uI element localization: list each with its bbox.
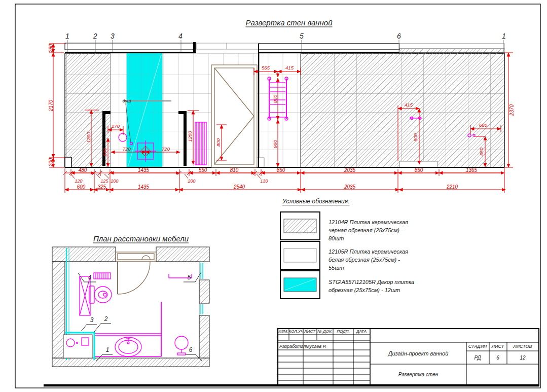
dim-800-door: 800 bbox=[216, 138, 221, 147]
dim-415: 415 bbox=[285, 65, 294, 70]
tb-header: ИЗМ. bbox=[278, 330, 288, 334]
dim-900-towel: 900 bbox=[273, 140, 278, 148]
tb-header: № ДОК. bbox=[317, 330, 333, 334]
tb-stage-col: СТАДИЯ bbox=[468, 344, 487, 349]
dim-850: 850 bbox=[277, 168, 285, 173]
tb-developed-value: Мусаев Р. bbox=[306, 344, 326, 349]
dim-1200-rad: 1200 bbox=[188, 131, 193, 141]
dim-2210: 2210 bbox=[447, 185, 458, 190]
dim-550: 550 bbox=[199, 168, 207, 173]
tb-project-title: Дизайн-проект ванной bbox=[388, 351, 449, 357]
tb-stage-val: 12 bbox=[520, 355, 525, 361]
legend-item-text: 80шт bbox=[329, 236, 344, 241]
dim-2170: 2170 bbox=[49, 100, 54, 111]
dim-900-w6: 900 bbox=[413, 133, 418, 141]
axis-label: 3 bbox=[111, 32, 115, 40]
dim-1365: 1365 bbox=[466, 168, 477, 173]
dim-810: 810 bbox=[230, 168, 239, 173]
dim-200b: 200 bbox=[188, 179, 195, 184]
plan-item-6: 6 bbox=[189, 347, 193, 353]
dim-680: 680 bbox=[479, 123, 487, 128]
legend-item-text: белая обрезная (25х75см) - bbox=[329, 257, 400, 263]
axis-label: 1 bbox=[65, 32, 69, 40]
legend-item-text: STG\A557\12105R Декор плитка bbox=[329, 279, 414, 285]
plan-item-5: 5 bbox=[188, 274, 191, 280]
dim-415-w6: 415 bbox=[405, 102, 413, 108]
legend-item-text: 12104R Плитка керамическая bbox=[329, 220, 408, 225]
dim-125: 125 bbox=[100, 179, 108, 184]
dim-2035b: 2035 bbox=[344, 185, 355, 190]
dim-600b: 600 bbox=[77, 185, 86, 190]
dim-480: 480 bbox=[79, 168, 87, 173]
tb-stage-col: ЛИСТ bbox=[492, 344, 504, 349]
plan-item-2: 2 bbox=[104, 316, 108, 322]
plan-title: План расстановки мебели bbox=[93, 235, 189, 242]
corner-tile bbox=[65, 157, 71, 167]
tb-header: ДАТА bbox=[356, 330, 367, 334]
legend-header: Условные обозначения: bbox=[282, 198, 349, 204]
plan-item-1: 1 bbox=[106, 347, 110, 353]
dim-720l: 720 bbox=[123, 147, 131, 152]
dim-1435b: 1435 bbox=[138, 185, 149, 190]
axis-label: 5 bbox=[300, 32, 304, 40]
legend-item-text: черная обрезная (25х75см) - bbox=[329, 228, 403, 233]
bathtub-edge bbox=[399, 161, 437, 167]
dim-200a: 200 bbox=[111, 179, 118, 184]
dim-1435: 1435 bbox=[138, 168, 149, 173]
dim-200: 200 bbox=[49, 158, 54, 167]
axis-label: 4 bbox=[178, 32, 183, 40]
dim-270: 270 bbox=[112, 124, 120, 129]
tb-stage-val: 6 bbox=[496, 355, 499, 361]
shower-note: душ bbox=[123, 99, 131, 103]
tb-stage-col: ЛИСТОВ bbox=[513, 344, 532, 349]
legend-item-text: 55шт bbox=[329, 265, 344, 271]
dim-120: 120 bbox=[75, 179, 82, 184]
dim-2370: 2370 bbox=[509, 104, 515, 116]
dim-2540: 2540 bbox=[234, 185, 245, 190]
tb-header: ЛИСТ bbox=[304, 330, 315, 334]
washing-machine-plan bbox=[63, 335, 92, 358]
tb-header: КОЛ.УЧ bbox=[289, 330, 304, 334]
tb-sheet-title: Развертка стен bbox=[398, 372, 439, 377]
dim-280: 280 bbox=[49, 44, 54, 53]
dim-130: 130 bbox=[260, 179, 268, 184]
tb-header: ПОДП. bbox=[337, 330, 349, 334]
legend-item-text: обрезная (25х75см) - 12шт bbox=[329, 288, 400, 293]
dim-800-towel: 800 bbox=[273, 95, 278, 103]
tb-developed-label: Разработал bbox=[279, 344, 306, 349]
plan-item-3: 3 bbox=[90, 317, 94, 323]
cad-canvas bbox=[0, 0, 547, 392]
dim-600: 600 bbox=[102, 148, 107, 156]
door-elevation bbox=[211, 65, 257, 167]
dim-850b: 850 bbox=[415, 168, 423, 173]
legend-item-text: 12105R Плитка керамическая bbox=[329, 249, 408, 255]
dim-1200-wall: 1200 bbox=[86, 132, 91, 142]
dim-325: 325 bbox=[98, 185, 106, 190]
furniture-plan-drawing bbox=[52, 247, 209, 367]
plan-item-4: 4 bbox=[88, 274, 92, 280]
elevation-title: Развертка стен ванной bbox=[245, 19, 332, 26]
axis-label: 1 bbox=[502, 32, 506, 40]
axis-label: 6 bbox=[397, 32, 401, 40]
dim-2035: 2035 bbox=[344, 168, 355, 173]
legend-swatches bbox=[280, 212, 320, 299]
axis-label: 2 bbox=[93, 32, 97, 40]
step-edge bbox=[257, 158, 264, 167]
dim-650: 650 bbox=[479, 148, 484, 156]
tb-stage-val: РД bbox=[475, 355, 481, 361]
dim-565: 565 bbox=[262, 65, 270, 70]
dim-720r: 720 bbox=[162, 147, 170, 152]
drawing-sheet: Развертка стен ванной План расстановки м… bbox=[0, 0, 547, 392]
